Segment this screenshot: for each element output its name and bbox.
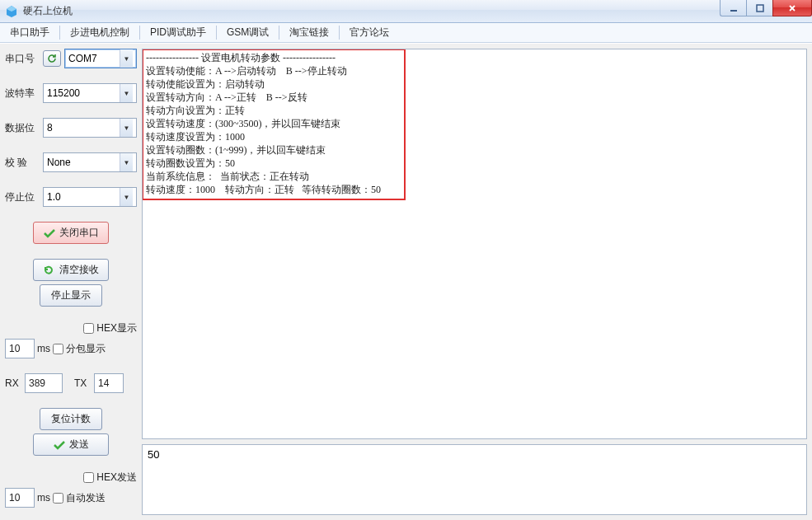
menu-separator bbox=[139, 26, 140, 40]
auto-send-label: 自动发送 bbox=[66, 491, 106, 505]
menu-item[interactable]: 淘宝链接 bbox=[281, 23, 337, 42]
check-icon bbox=[54, 440, 65, 450]
hex-send-label: HEX发送 bbox=[96, 471, 137, 485]
interval-b-value: 10 bbox=[9, 492, 20, 504]
log-line: 转动使能设置为：启动转动 bbox=[146, 77, 803, 91]
baud-select[interactable]: 115200 ▼ bbox=[43, 83, 137, 103]
stopbits-select[interactable]: 1.0 ▼ bbox=[43, 187, 137, 207]
port-select[interactable]: COM7 ▼ bbox=[64, 49, 137, 68]
close-port-button[interactable]: 关闭串口 bbox=[33, 222, 109, 244]
log-line: 设置转动速度：(300~3500)，并以回车键结束 bbox=[146, 117, 803, 130]
port-value: COM7 bbox=[68, 53, 97, 64]
parity-value: None bbox=[47, 157, 71, 168]
menu-item[interactable]: 步进电机控制 bbox=[62, 23, 138, 42]
menu-separator bbox=[216, 26, 217, 40]
clear-icon bbox=[44, 265, 55, 275]
send-value: 50 bbox=[148, 448, 159, 461]
reset-count-label: 复位计数 bbox=[51, 412, 91, 426]
tx-counter: 14 bbox=[94, 373, 124, 393]
dropdown-arrow-icon: ▼ bbox=[120, 188, 133, 206]
menu-item[interactable]: 串口助手 bbox=[2, 23, 58, 42]
databits-select[interactable]: 8 ▼ bbox=[43, 118, 137, 138]
auto-send-checkbox[interactable] bbox=[53, 493, 63, 504]
menu-item[interactable]: 官方论坛 bbox=[341, 23, 397, 42]
baud-label: 波特率 bbox=[5, 87, 38, 101]
svg-rect-0 bbox=[730, 10, 737, 12]
interval-a-input[interactable]: 10 bbox=[5, 339, 35, 358]
check-icon bbox=[44, 228, 55, 238]
clear-recv-button[interactable]: 清空接收 bbox=[33, 259, 109, 281]
baud-value: 115200 bbox=[47, 87, 80, 99]
send-button[interactable]: 发送 bbox=[33, 433, 109, 456]
close-button[interactable] bbox=[772, 0, 812, 16]
stop-display-label: 停止显示 bbox=[51, 288, 91, 302]
menu-item[interactable]: GSM调试 bbox=[218, 23, 277, 42]
close-port-label: 关闭串口 bbox=[59, 226, 99, 240]
dropdown-arrow-icon: ▼ bbox=[120, 49, 133, 68]
ms-label-a: ms bbox=[37, 343, 50, 354]
log-line: 当前系统信息： 当前状态：正在转动 bbox=[146, 170, 803, 183]
log-line: 转动圈数设置为：50 bbox=[146, 157, 803, 170]
svg-rect-1 bbox=[757, 5, 763, 12]
dropdown-arrow-icon: ▼ bbox=[120, 153, 133, 171]
menu-separator bbox=[59, 26, 60, 40]
log-line: 设置转动使能：A -->启动转动 B -->停止转动 bbox=[146, 64, 803, 77]
hex-display-checkbox[interactable] bbox=[83, 323, 94, 334]
stop-display-button[interactable]: 停止显示 bbox=[40, 284, 102, 307]
split-display-label: 分包显示 bbox=[66, 342, 106, 356]
rx-label: RX bbox=[5, 377, 21, 389]
send-textarea[interactable]: 50 bbox=[142, 444, 807, 515]
stopbits-label: 停止位 bbox=[5, 190, 38, 204]
main-panel: ---------------- 设置电机转动参数 --------------… bbox=[142, 49, 807, 515]
log-line: 转动速度设置为：1000 bbox=[146, 130, 803, 143]
menu-separator bbox=[339, 26, 340, 40]
dropdown-arrow-icon: ▼ bbox=[120, 84, 133, 102]
receive-log[interactable]: ---------------- 设置电机转动参数 --------------… bbox=[142, 49, 807, 439]
interval-a-value: 10 bbox=[9, 343, 20, 354]
parity-label: 校 验 bbox=[5, 156, 38, 170]
tx-value: 14 bbox=[98, 377, 109, 389]
refresh-port-button[interactable] bbox=[43, 50, 61, 67]
content-area: 串口号 COM7 ▼ 波特率 115200 ▼ 数据位 bbox=[0, 43, 812, 520]
sidebar: 串口号 COM7 ▼ 波特率 115200 ▼ 数据位 bbox=[5, 49, 137, 515]
log-line: 设置转动方向：A -->正转 B -->反转 bbox=[146, 91, 803, 104]
databits-label: 数据位 bbox=[5, 121, 38, 135]
stopbits-value: 1.0 bbox=[47, 191, 61, 203]
log-line: 转动方向设置为：正转 bbox=[146, 104, 803, 117]
app-icon bbox=[5, 5, 18, 18]
parity-select[interactable]: None ▼ bbox=[43, 152, 137, 172]
rx-counter: 389 bbox=[25, 373, 63, 393]
tx-label: TX bbox=[74, 377, 91, 389]
port-label: 串口号 bbox=[5, 52, 38, 66]
minimize-button[interactable] bbox=[720, 0, 746, 16]
hex-display-label: HEX显示 bbox=[96, 321, 137, 335]
log-line: 转动速度：1000 转动方向：正转 等待转动圈数：50 bbox=[146, 183, 803, 196]
log-line: ---------------- 设置电机转动参数 --------------… bbox=[146, 51, 803, 64]
hex-send-checkbox[interactable] bbox=[83, 472, 94, 483]
databits-value: 8 bbox=[47, 122, 53, 134]
window-title: 硬石上位机 bbox=[23, 4, 73, 18]
ms-label-b: ms bbox=[37, 492, 50, 504]
menu-separator bbox=[279, 26, 279, 40]
reset-count-button[interactable]: 复位计数 bbox=[40, 408, 102, 430]
dropdown-arrow-icon: ▼ bbox=[120, 119, 133, 137]
window-buttons bbox=[720, 0, 812, 16]
menu-item[interactable]: PID调试助手 bbox=[142, 23, 214, 42]
title-bar: 硬石上位机 bbox=[0, 0, 812, 23]
rx-value: 389 bbox=[29, 377, 45, 389]
menu-bar: 串口助手 步进电机控制 PID调试助手 GSM调试 淘宝链接 官方论坛 bbox=[0, 23, 812, 43]
send-label: 发送 bbox=[69, 438, 89, 452]
split-display-checkbox[interactable] bbox=[53, 344, 63, 354]
interval-b-input[interactable]: 10 bbox=[5, 488, 35, 508]
maximize-button[interactable] bbox=[746, 0, 772, 16]
log-line: 设置转动圈数：(1~999)，并以回车键结束 bbox=[146, 143, 803, 157]
refresh-icon bbox=[47, 54, 57, 63]
clear-recv-label: 清空接收 bbox=[59, 263, 99, 277]
